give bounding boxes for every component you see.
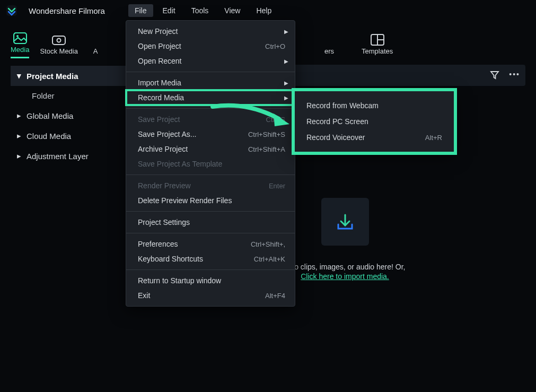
more-icon[interactable]: ••• <box>509 70 520 81</box>
menu-file[interactable]: File <box>128 4 153 17</box>
menu-return-startup[interactable]: Return to Startup window <box>126 273 295 288</box>
sidebar-project-media-label: Project Media <box>27 72 78 81</box>
menu-import-media[interactable]: Import Media ▶ <box>126 75 295 90</box>
tab-templates[interactable]: Templates <box>362 34 393 58</box>
menu-help[interactable]: Help <box>250 4 278 17</box>
shortcut-label: Enter <box>269 182 285 190</box>
menu-bar: File Edit Tools View Help <box>128 4 278 17</box>
menu-open-project[interactable]: Open Project Ctrl+O <box>126 39 295 54</box>
tab-partial-a[interactable]: A <box>89 34 102 58</box>
menu-new-project-label: New Project <box>138 27 178 36</box>
drop-text-line-1: ideo clips, images, or audio here! Or, <box>284 263 405 271</box>
menu-open-project-label: Open Project <box>138 42 181 50</box>
menu-record-media[interactable]: Record Media ▶ <box>126 90 295 105</box>
menu-exit[interactable]: Exit Alt+F4 <box>126 288 295 303</box>
file-menu-dropdown: New Project ▶ Open Project Ctrl+O Open R… <box>126 20 295 307</box>
menu-import-media-label: Import Media <box>138 79 181 87</box>
menu-project-settings-label: Project Settings <box>138 218 190 227</box>
svg-point-4 <box>57 39 61 42</box>
shortcut-label: Ctrl+Shift+A <box>248 145 285 153</box>
shortcut-label: Alt+R <box>425 134 442 142</box>
menu-separator <box>126 175 295 175</box>
chevron-right-icon: ▸ <box>17 111 22 120</box>
tab-templates-label: Templates <box>362 47 393 55</box>
chevron-right-icon: ▸ <box>17 131 22 141</box>
submenu-record-webcam-label: Record from Webcam <box>306 101 379 110</box>
menu-return-startup-label: Return to Startup window <box>138 276 221 285</box>
tab-partial-ers-label: ers <box>324 47 334 55</box>
menu-save-project-label: Save Project <box>138 115 180 124</box>
chevron-right-icon: ▶ <box>284 58 288 64</box>
tab-media-label: Media <box>11 46 29 54</box>
menu-separator <box>126 72 295 72</box>
sidebar-global-media-label: Global Media <box>27 111 73 120</box>
tab-media[interactable]: Media <box>11 32 29 58</box>
menu-separator <box>126 269 295 270</box>
shortcut-label: Ctrl+S <box>266 116 285 124</box>
menu-keyboard-shortcuts[interactable]: Keyboard Shortcuts Ctrl+Alt+K <box>126 251 295 266</box>
tab-partial-ers[interactable]: ers <box>322 34 336 58</box>
menu-separator <box>126 233 295 233</box>
cloud-icon <box>52 34 66 46</box>
submenu-record-voiceover[interactable]: Record Voiceover Alt+R <box>295 129 454 145</box>
menu-archive-project[interactable]: Archive Project Ctrl+Shift+A <box>126 142 295 156</box>
menu-new-project[interactable]: New Project ▶ <box>126 24 295 39</box>
menu-separator <box>126 108 295 109</box>
submenu-record-screen-label: Record PC Screen <box>306 117 368 126</box>
sidebar-folder-label: Folder <box>32 91 55 100</box>
chevron-right-icon: ▶ <box>284 95 288 101</box>
shortcut-label: Ctrl+Alt+K <box>254 255 285 263</box>
shortcut-label: Ctrl+O <box>265 42 285 50</box>
menu-delete-render[interactable]: Delete Preview Render Files <box>126 193 295 208</box>
menu-save-template: Save Project As Template <box>126 156 295 171</box>
menu-edit[interactable]: Edit <box>156 4 182 17</box>
shortcut-label: Ctrl+Shift+, <box>251 240 285 248</box>
menu-view[interactable]: View <box>218 4 247 17</box>
tab-stock-media[interactable]: Stock Media <box>40 34 78 58</box>
filter-icon[interactable] <box>490 70 499 81</box>
chevron-down-icon: ▾ <box>17 71 22 81</box>
tab-stock-label: Stock Media <box>40 47 78 55</box>
menu-archive-project-label: Archive Project <box>138 145 188 153</box>
menu-save-project: Save Project Ctrl+S <box>126 112 295 127</box>
media-icon <box>13 32 27 44</box>
shortcut-label: Alt+F4 <box>265 292 285 300</box>
chevron-right-icon: ▸ <box>17 151 22 161</box>
submenu-record-voiceover-label: Record Voiceover <box>306 133 365 142</box>
submenu-record-webcam[interactable]: Record from Webcam <box>295 98 454 114</box>
menu-separator <box>126 211 295 212</box>
import-icon <box>321 198 369 246</box>
sidebar-adjustment-label: Adjustment Layer <box>27 152 89 161</box>
submenu-record-screen[interactable]: Record PC Screen <box>295 114 454 129</box>
app-logo-icon <box>5 4 18 17</box>
sidebar-cloud-media-label: Cloud Media <box>27 132 71 141</box>
shortcut-label: Ctrl+Shift+S <box>248 130 285 138</box>
title-bar: Wondershare Filmora File Edit Tools View… <box>0 0 536 21</box>
menu-preferences[interactable]: Preferences Ctrl+Shift+, <box>126 237 295 251</box>
app-title: Wondershare Filmora <box>29 6 105 15</box>
chevron-right-icon: ▶ <box>284 80 288 86</box>
menu-record-media-label: Record Media <box>138 93 184 102</box>
menu-project-settings[interactable]: Project Settings <box>126 215 295 230</box>
menu-keyboard-shortcuts-label: Keyboard Shortcuts <box>138 255 203 263</box>
templates-icon <box>371 34 384 46</box>
menu-tools[interactable]: Tools <box>185 4 215 17</box>
tab-partial-a-label: A <box>93 47 98 55</box>
import-link[interactable]: Click here to import media. <box>301 272 389 281</box>
record-media-submenu: Record from Webcam Record PC Screen Reco… <box>295 91 454 152</box>
menu-open-recent[interactable]: Open Recent ▶ <box>126 54 295 68</box>
svg-rect-3 <box>52 36 65 45</box>
menu-exit-label: Exit <box>138 291 150 300</box>
menu-render-preview-label: Render Preview <box>138 181 191 190</box>
partial-icon-a <box>89 34 102 46</box>
svg-point-2 <box>16 35 19 37</box>
menu-save-project-as-label: Save Project As... <box>138 130 197 138</box>
menu-render-preview: Render Preview Enter <box>126 178 295 193</box>
menu-save-template-label: Save Project As Template <box>138 160 222 168</box>
menu-preferences-label: Preferences <box>138 240 178 248</box>
menu-open-recent-label: Open Recent <box>138 57 182 65</box>
menu-save-project-as[interactable]: Save Project As... Ctrl+Shift+S <box>126 127 295 142</box>
menu-delete-render-label: Delete Preview Render Files <box>138 196 232 205</box>
chevron-right-icon: ▶ <box>284 29 288 34</box>
